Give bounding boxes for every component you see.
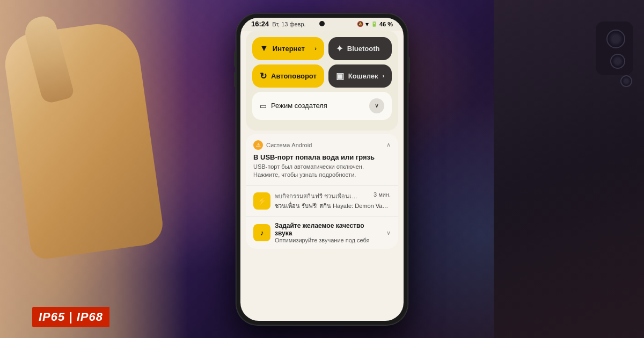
creator-mode-tile[interactable]: ▭ Режим создателя ∨	[252, 92, 392, 120]
internet-tile[interactable]: ▼ Интернет ›	[252, 37, 324, 60]
game-notif-time: 3 мин.	[374, 191, 391, 201]
game-notif-app: พบกิจกรรมสกินฟรี ชวนเพื่อนเป็นกร...	[275, 191, 361, 201]
creator-mode-icon: ▭	[260, 102, 267, 110]
wallet-tile-icon: ▣	[336, 71, 344, 81]
expand-icon: ∨	[375, 102, 379, 109]
phone-body: 16:24 Вт, 13 февр. 🔕 ▾ 🔋 46 % ▼ Инт	[236, 13, 408, 325]
music-notif-title: Задайте желаемое качество звука	[275, 222, 382, 237]
phone-device: 16:24 Вт, 13 февр. 🔕 ▾ 🔋 46 % ▼ Инт	[236, 13, 408, 325]
notif-title-1: В USB-порт попала вода или грязь	[253, 153, 391, 161]
phone-screen: 16:24 Вт, 13 февр. 🔕 ▾ 🔋 46 % ▼ Инт	[240, 18, 404, 321]
ip-rating-text: IP65 | IP68	[39, 310, 103, 323]
creator-mode-label: Режим создателя	[271, 102, 327, 110]
autorotate-tile[interactable]: ↻ Автоповорот	[252, 64, 324, 88]
camera-lens-tertiary	[620, 75, 632, 87]
music-notif-content: Задайте желаемое качество звука Оптимизи…	[275, 222, 382, 243]
status-date: Вт, 13 февр.	[272, 21, 305, 27]
volume-up-button[interactable]	[234, 51, 236, 67]
status-icons: 🔕 ▾ 🔋 46 %	[357, 20, 393, 28]
bluetooth-tile-icon: ✦	[336, 44, 343, 54]
game-notif-content: พบกิจกรรมสกินฟรี ชวนเพื่อนเป็นกร... 3 ми…	[275, 191, 391, 211]
wallet-arrow-icon: ›	[383, 73, 385, 79]
ip-rating-label: IP65 | IP68	[32, 307, 109, 327]
mute-icon: 🔕	[357, 21, 363, 27]
notif-app-name-1: Система Android	[266, 142, 312, 148]
ip-rating-bar: IP65 | IP68	[32, 307, 109, 327]
power-button[interactable]	[408, 56, 410, 83]
wallet-tile-label: Кошелек	[348, 72, 378, 80]
camera-lens-secondary	[610, 54, 625, 69]
game-notif-header: พบกิจกรรมสกินฟรี ชวนเพื่อนเป็นกร... 3 ми…	[275, 191, 391, 201]
volume-down-button[interactable]	[234, 71, 236, 88]
wifi-tile-icon: ▼	[260, 44, 268, 53]
game-notification[interactable]: ⚡ พบกิจกรรมสกินฟรี ชวนเพื่อนเป็นกร... 3 …	[246, 186, 398, 217]
battery-percent: 46 %	[379, 21, 393, 27]
wallet-tile[interactable]: ▣ Кошелек ›	[328, 64, 392, 88]
music-expand-icon[interactable]: ∨	[386, 229, 391, 236]
game-icon: ⚡	[253, 192, 270, 210]
notif-header-1: ⚠ Система Android ∧	[253, 140, 391, 150]
notif-body-1: USB-порт был автоматически отключен.Нажм…	[253, 163, 391, 179]
notif-expand-1[interactable]: ∧	[386, 141, 391, 148]
wifi-icon: ▾	[365, 20, 369, 28]
notification-area: ⚠ Система Android ∧ В USB-порт попала во…	[246, 134, 398, 249]
internet-tile-label: Интернет	[273, 45, 305, 53]
battery-icon: 🔋	[371, 21, 377, 27]
status-time: 16:24	[251, 20, 269, 28]
android-warning-icon: ⚠	[253, 140, 263, 150]
internet-arrow-icon: ›	[314, 45, 317, 52]
quick-settings-panel: ▼ Интернет › ✦ Bluetooth ↻ Автоповорот	[246, 31, 398, 131]
creator-mode-expand-button[interactable]: ∨	[369, 98, 384, 113]
game-notif-body: ชวนเพื่อน รับฟรี! สกิน Hayate: Demon Van…	[275, 201, 391, 211]
bluetooth-tile[interactable]: ✦ Bluetooth	[328, 37, 392, 60]
autorotate-tile-icon: ↻	[260, 71, 267, 81]
camera-lens-main	[606, 30, 625, 48]
music-icon: ♪	[253, 224, 270, 241]
front-camera	[319, 21, 325, 26]
autorotate-tile-label: Автоповорот	[271, 72, 317, 80]
music-notif-body: Оптимизируйте звучание под себя	[275, 237, 382, 243]
android-system-notification[interactable]: ⚠ Система Android ∧ В USB-порт попала во…	[246, 134, 398, 186]
music-notification[interactable]: ♪ Задайте желаемое качество звука Оптими…	[246, 217, 398, 249]
quick-settings-grid: ▼ Интернет › ✦ Bluetooth ↻ Автоповорот	[252, 37, 392, 88]
bluetooth-tile-label: Bluetooth	[347, 45, 380, 53]
